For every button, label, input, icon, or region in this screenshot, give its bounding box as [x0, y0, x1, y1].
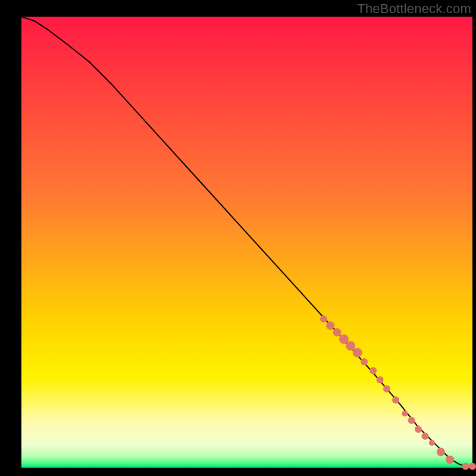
scatter-dot: [392, 396, 399, 403]
scatter-dot: [446, 455, 454, 464]
scatter-dot: [415, 426, 422, 433]
scatter-dot: [326, 321, 334, 330]
scatter-dot: [377, 376, 384, 383]
scatter-dots: [320, 315, 476, 470]
scatter-dot: [383, 385, 390, 392]
plot-area: [21, 17, 472, 468]
scatter-dot: [369, 367, 377, 374]
scatter-dot: [333, 328, 342, 337]
scatter-dot: [402, 411, 408, 416]
scatter-dot: [437, 448, 445, 456]
scatter-dot: [320, 315, 327, 322]
scatter-dot: [353, 348, 362, 358]
scatter-dot: [339, 334, 349, 344]
chart-stage: TheBottleneck.com: [0, 0, 476, 476]
scatter-dot: [408, 416, 415, 424]
scatter-dot: [421, 433, 428, 440]
curve-layer: [21, 17, 472, 468]
scatter-dot: [346, 341, 355, 350]
bottleneck-curve: [21, 17, 472, 466]
scatter-dot: [429, 440, 435, 446]
scatter-dot: [469, 463, 476, 470]
scatter-dot: [462, 463, 469, 470]
attribution-text: TheBottleneck.com: [357, 1, 471, 17]
scatter-dot: [361, 358, 368, 365]
